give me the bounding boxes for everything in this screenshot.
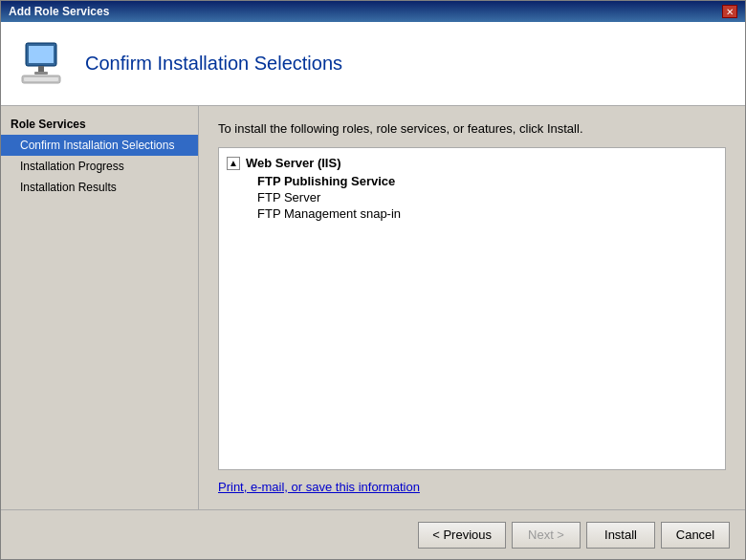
sidebar-item-results[interactable]: Installation Results [1,177,198,198]
sub-item-ftp-mgmt: FTP Management snap-in [227,206,717,221]
add-role-services-window: Add Role Services ✕ Confirm Installation… [0,0,746,560]
sidebar-section-header: Role Services [1,114,198,135]
svg-rect-1 [29,46,54,63]
print-link[interactable]: Print, e-mail, or save this information [218,480,726,494]
section-title: Web Server (IIS) [246,156,340,170]
sub-item-ftp-server: FTP Server [227,190,717,205]
svg-rect-3 [34,72,48,75]
svg-rect-2 [38,66,44,72]
main-area: Role Services Confirm Installation Selec… [1,106,745,509]
page-title: Confirm Installation Selections [85,53,342,75]
header-area: Confirm Installation Selections [1,22,745,106]
next-button[interactable]: Next > [512,522,581,549]
sidebar: Role Services Confirm Installation Selec… [1,106,199,509]
previous-button[interactable]: < Previous [418,522,506,549]
close-button[interactable]: ✕ [722,5,737,18]
cancel-button[interactable]: Cancel [661,522,730,549]
svg-rect-5 [24,77,58,81]
sidebar-item-progress[interactable]: Installation Progress [1,156,198,177]
footer: < Previous Next > Install Cancel [1,509,745,559]
sidebar-item-confirm[interactable]: Confirm Installation Selections [1,135,198,156]
collapse-button[interactable]: ▲ [227,157,240,170]
install-button[interactable]: Install [586,522,655,549]
intro-text: To install the following roles, role ser… [218,121,726,136]
content-area: To install the following roles, role ser… [199,106,745,509]
window-title: Add Role Services [9,5,109,18]
install-box: ▲ Web Server (IIS) FTP Publishing Servic… [218,147,726,470]
sub-item-ftp-publishing: FTP Publishing Service [227,174,717,188]
title-bar: Add Role Services ✕ [1,1,745,22]
computer-icon [20,39,70,89]
section-row: ▲ Web Server (IIS) [227,156,717,170]
